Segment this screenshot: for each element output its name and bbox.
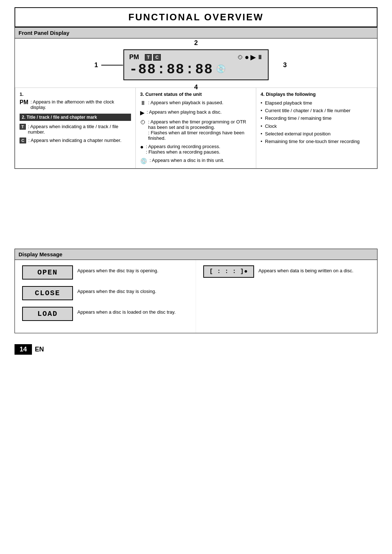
digit-8-5: 8 [195, 63, 204, 77]
msg-left-col: OPEN Appears when the disc tray is openi… [15, 260, 196, 333]
msg-close-entry: CLOSE Appears when the disc tray is clos… [22, 286, 188, 300]
col2-timer-row: ⏲ : Appears when the timer programming o… [140, 119, 252, 141]
pm-description: : Appears in the afternoon with the cloc… [30, 99, 131, 110]
msg-open-entry: OPEN Appears when the disc tray is openi… [22, 265, 188, 280]
c-icon-row: C : Appears when indicating a chapter nu… [20, 138, 131, 143]
digit-8-4: 8 [176, 63, 185, 77]
bullet-elapsed: Elapsed playback time [261, 100, 372, 106]
label-1: 1 [94, 61, 123, 69]
timer-icon-display: ⏲ [237, 54, 243, 61]
record-dot-display: ● [245, 53, 249, 61]
t-desc: : Appears when indicating a title / trac… [28, 124, 131, 135]
bullet-clock: Clock [261, 123, 372, 130]
c-desc: : Appears when indicating a chapter numb… [28, 138, 122, 143]
bullet-external: Selected external input position [261, 131, 372, 137]
digit-8-3: 8 [167, 63, 176, 77]
display-message-section: Display Message OPEN Appears when the di… [15, 249, 377, 333]
close-display: CLOSE [22, 286, 73, 300]
record-icon-col: ● [140, 144, 144, 150]
t-box-icon: T [145, 54, 152, 61]
t-icon-label: T [20, 124, 26, 130]
pm-row: PM : Appears in the afternoon with the c… [20, 99, 131, 110]
write-display: [ : : : ]● [203, 265, 254, 278]
pause-bars-display: ⏸ [257, 54, 263, 61]
lcd-digits-row: - 8 8 : 8 8 : 8 8 💿 [129, 63, 263, 77]
col2-play-row: ▶ : Appears when playing back a disc. [140, 109, 252, 116]
col2-disc-row: 💿 : Appears when a disc is in this unit. [140, 158, 252, 164]
front-panel-section: Front Panel Display 2 1 3 4 PM T C [15, 27, 377, 169]
load-display: LOAD [22, 307, 73, 321]
page-en-label: EN [35, 346, 44, 353]
pm-symbol: PM [20, 99, 28, 110]
info-col-3: 4. Displays the following Elapsed playba… [256, 88, 377, 168]
play-icon-col: ▶ [140, 109, 144, 116]
pause-icon-col: ⏸ [140, 100, 146, 106]
col1-subheader: 2. Title / track / file and chapter mark [20, 114, 131, 121]
col3-header: 4. Displays the following [261, 91, 372, 97]
open-desc: Appears when the disc tray is opening. [77, 265, 158, 274]
col1-number: 1. [20, 91, 131, 97]
t-icon-row: T : Appears when indicating a title / tr… [20, 124, 131, 135]
bullet-recording: Recording time / remaining time [261, 115, 372, 122]
disc-icon-col: 💿 [140, 158, 147, 164]
page-num-box: 14 [15, 344, 32, 355]
msg-load-entry: LOAD Appears when a disc is loaded on th… [22, 307, 188, 321]
digit-sep-1: : [157, 63, 166, 77]
front-panel-header: Front Panel Display [15, 28, 377, 38]
close-desc: Appears when the disc tray is closing. [77, 286, 156, 295]
pm-indicator: PM [129, 53, 139, 61]
page-title: FUNCTIONAL OVERVIEW [15, 7, 377, 27]
page-number-row: 14 EN [15, 341, 377, 358]
info-col-2: 3. Current status of the unit ⏸ : Appear… [136, 88, 256, 168]
digit-8-1: 8 [138, 63, 147, 77]
msg-write-entry: [ : : : ]● Appears when data is being wr… [203, 265, 370, 278]
info-col-1: 1. PM : Appears in the afternoon with th… [15, 88, 136, 168]
label-4: 4 [194, 83, 198, 91]
digit-8-6: 8 [204, 63, 213, 77]
col2-pause-row: ⏸ : Appears when playback is paused. [140, 100, 252, 106]
play-desc: : Appears when playing back a disc. [147, 109, 222, 115]
record-desc: : Appears during recording process.: Fla… [146, 144, 220, 155]
play-arrow-display: ▶ [250, 53, 256, 61]
display-message-layout: OPEN Appears when the disc tray is openi… [15, 260, 377, 333]
disc-icon-display: 💿 [216, 66, 226, 74]
diagram-wrapper: 2 1 3 4 PM T C ⏲ ● ▶ [123, 49, 269, 80]
digit-neg: - [129, 63, 138, 77]
pause-desc: : Appears when playback is paused. [148, 100, 223, 105]
bullet-title: Current title / chapter / track / file n… [261, 107, 372, 114]
timer-icon-col: ⏲ [140, 119, 146, 126]
col2-header: 3. Current status of the unit [140, 91, 252, 97]
load-desc: Appears when a disc is loaded on the dis… [77, 307, 176, 316]
lcd-top-row: PM T C ⏲ ● ▶ ⏸ [129, 53, 263, 61]
col2-record-row: ● : Appears during recording process.: F… [140, 144, 252, 155]
digit-sep-2: : [185, 63, 195, 77]
display-diagram: 2 1 3 4 PM T C ⏲ ● ▶ [15, 38, 377, 87]
timer-desc: : Appears when the timer programming or … [148, 119, 252, 141]
label-3: 3 [283, 61, 287, 69]
col3-bullet-list: Elapsed playback time Current title / ch… [261, 100, 372, 145]
display-message-header: Display Message [15, 249, 377, 260]
digit-8-2: 8 [147, 63, 156, 77]
open-display: OPEN [22, 265, 73, 280]
c-icon-label: C [20, 138, 26, 143]
msg-right-col: [ : : : ]● Appears when data is being wr… [196, 260, 377, 333]
disc-desc: : Appears when a disc is in this unit. [150, 158, 224, 163]
lcd-display-box: PM T C ⏲ ● ▶ ⏸ - 8 8 : 8 8 [123, 49, 269, 80]
bullet-remaining: Remaining time for one-touch timer recor… [261, 138, 372, 145]
c-box-icon: C [153, 54, 161, 61]
write-desc: Appears when data is being written on a … [258, 265, 354, 274]
info-table: 1. PM : Appears in the afternoon with th… [15, 87, 377, 168]
label-2: 2 [194, 39, 198, 47]
